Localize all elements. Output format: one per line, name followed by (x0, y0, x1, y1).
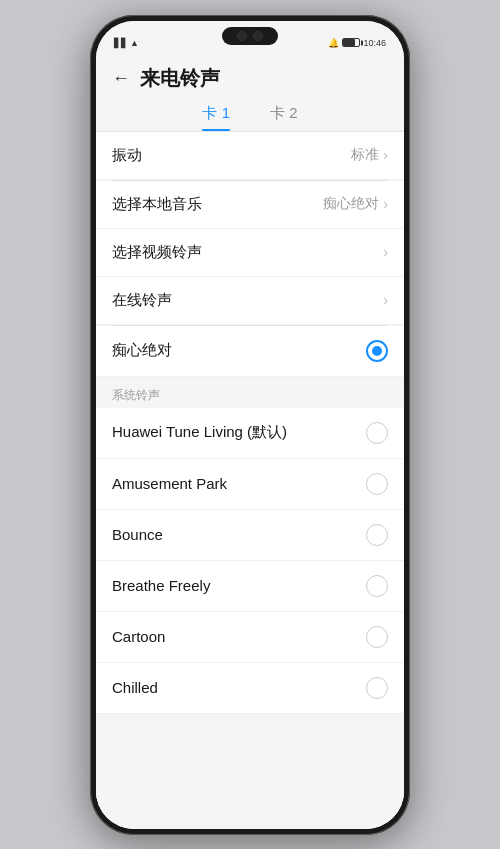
cartoon-item[interactable]: Cartoon (96, 612, 404, 663)
time-display: 10:46 (363, 38, 386, 48)
vibration-right: 标准 › (351, 146, 388, 164)
local-music-label: 选择本地音乐 (112, 195, 202, 214)
local-music-item[interactable]: 选择本地音乐 痴心绝对 › (96, 181, 404, 229)
camera-notch (222, 27, 278, 45)
bounce-radio (366, 524, 388, 546)
status-right: 🔔 10:46 (328, 38, 386, 48)
online-ringtone-item[interactable]: 在线铃声 › (96, 277, 404, 325)
camera-right (253, 31, 263, 41)
zhixinjuedui-item[interactable]: 痴心绝对 (96, 326, 404, 377)
huawei-tune-label: Huawei Tune Living (默认) (112, 423, 287, 442)
system-ringtone-header: 系统铃声 (96, 377, 404, 408)
status-left: ▋▋ ▲ (114, 38, 139, 48)
video-ringtone-chevron: › (383, 244, 388, 260)
amusement-park-label: Amusement Park (112, 475, 227, 492)
local-music-right: 痴心绝对 › (323, 195, 388, 213)
screen-content: ← 来电铃声 卡 1 卡 2 振动 标准 › (96, 57, 404, 829)
settings-list: 振动 标准 › 选择本地音乐 痴心绝对 › (96, 132, 404, 829)
local-music-value: 痴心绝对 (323, 195, 379, 213)
cartoon-label: Cartoon (112, 628, 165, 645)
battery-icon (342, 38, 360, 47)
breathe-freely-label: Breathe Freely (112, 577, 210, 594)
bell-icon: 🔔 (328, 38, 339, 48)
radio-selected-icon (366, 340, 388, 362)
back-button[interactable]: ← (112, 68, 130, 89)
breathe-freely-radio (366, 575, 388, 597)
battery-fill (343, 39, 354, 46)
page-title: 来电铃声 (140, 65, 220, 92)
video-ringtone-right: › (383, 244, 388, 260)
vibration-label: 振动 (112, 146, 142, 165)
online-ringtone-right: › (383, 292, 388, 308)
vibration-value: 标准 (351, 146, 379, 164)
wifi-icon: ▲ (130, 38, 139, 48)
chilled-label: Chilled (112, 679, 158, 696)
huawei-tune-item[interactable]: Huawei Tune Living (默认) (96, 408, 404, 459)
amusement-park-item[interactable]: Amusement Park (96, 459, 404, 510)
breathe-freely-item[interactable]: Breathe Freely (96, 561, 404, 612)
status-bar: ▋▋ ▲ 🔔 10:46 (96, 21, 404, 57)
phone-screen: ▋▋ ▲ 🔔 10:46 ← 来电铃声 卡 1 (96, 21, 404, 829)
signal-icon: ▋▋ (114, 38, 128, 48)
camera-left (237, 31, 247, 41)
phone-frame: ▋▋ ▲ 🔔 10:46 ← 来电铃声 卡 1 (90, 15, 410, 835)
zhixinjuedui-label: 痴心绝对 (112, 341, 172, 360)
online-ringtone-label: 在线铃声 (112, 291, 172, 310)
video-ringtone-label: 选择视频铃声 (112, 243, 202, 262)
chilled-radio (366, 677, 388, 699)
radio-selected-dot (372, 346, 382, 356)
amusement-park-radio (366, 473, 388, 495)
chilled-item[interactable]: Chilled (96, 663, 404, 714)
bounce-label: Bounce (112, 526, 163, 543)
tab-card1[interactable]: 卡 1 (202, 104, 230, 131)
huawei-tune-radio (366, 422, 388, 444)
local-music-chevron: › (383, 196, 388, 212)
cartoon-radio (366, 626, 388, 648)
online-ringtone-chevron: › (383, 292, 388, 308)
tab-card2[interactable]: 卡 2 (270, 104, 298, 131)
vibration-chevron: › (383, 147, 388, 163)
bounce-item[interactable]: Bounce (96, 510, 404, 561)
vibration-item[interactable]: 振动 标准 › (96, 132, 404, 180)
video-ringtone-item[interactable]: 选择视频铃声 › (96, 229, 404, 277)
tabs-container: 卡 1 卡 2 (96, 98, 404, 132)
top-bar: ← 来电铃声 (96, 57, 404, 98)
